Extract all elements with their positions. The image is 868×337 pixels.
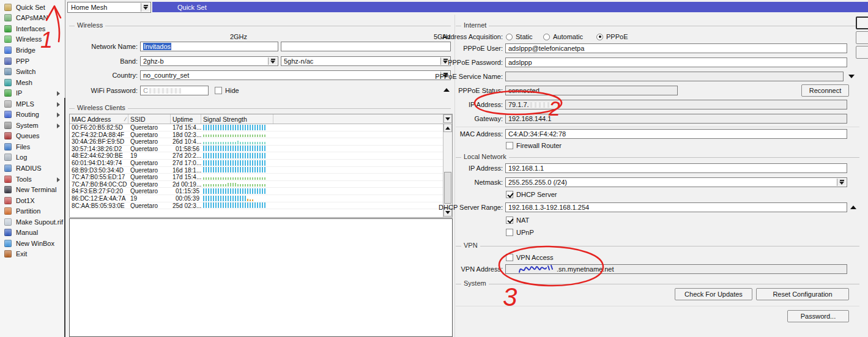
sidebar-item[interactable]: Tools bbox=[0, 174, 65, 185]
check-for-updates-button[interactable]: Check For Updates bbox=[675, 288, 752, 300]
dhcp-range-input[interactable]: 192.168.1.3-192.168.1.254 bbox=[505, 202, 847, 212]
firewall-router-checkbox[interactable]: Firewall Router bbox=[506, 141, 562, 150]
combo-dropdown-icon[interactable] bbox=[141, 3, 150, 12]
vpn-group-label: VPN bbox=[461, 242, 480, 249]
table-row[interactable]: 48:E2:44:62:90:BE 19 27d 20:2... bbox=[70, 152, 452, 160]
sidebar-item[interactable]: Partition bbox=[0, 206, 65, 217]
pppoe-password-input[interactable]: adslppp bbox=[505, 57, 847, 67]
column-header-signal[interactable]: Signal Strength bbox=[201, 114, 273, 124]
table-row[interactable]: 86:DC:12:EA:4A:7A 19 00:05:39 bbox=[70, 195, 452, 202]
country-combo[interactable]: no_country_set bbox=[140, 70, 451, 80]
ssid-cell: Queretaro bbox=[128, 146, 171, 152]
checkbox-box bbox=[506, 217, 513, 224]
combo-dropdown-icon[interactable] bbox=[837, 179, 846, 186]
pppoe-user-input[interactable]: adslppp@telefonicanetpa bbox=[505, 43, 847, 53]
edge-button-2[interactable] bbox=[856, 31, 868, 44]
sidebar-item[interactable]: Files bbox=[0, 141, 65, 152]
combo-dropdown-icon[interactable] bbox=[268, 57, 277, 65]
table-row[interactable]: 68:B9:D3:50:34:4D Queretaro 16d 18:1... bbox=[70, 167, 452, 174]
sidebar-item[interactable]: MPLS bbox=[0, 98, 65, 109]
column-header-uptime[interactable]: Uptime bbox=[171, 114, 201, 124]
dropdown-arrow-icon[interactable] bbox=[848, 75, 855, 78]
edge-button-3[interactable] bbox=[856, 46, 868, 59]
table-header: MAC Address∕ SSID Uptime Signal Strength bbox=[70, 114, 452, 124]
uptime-cell: 26d 10:4... bbox=[171, 138, 201, 145]
table-row[interactable]: 30:57:14:38:26:D2 Queretaro 01:58:56 bbox=[70, 146, 452, 153]
table-row[interactable]: 30:4A:26:BF:E9:5D Queretaro 26d 10:4... bbox=[70, 138, 452, 146]
reconnect-button[interactable]: Reconnect bbox=[801, 84, 849, 97]
sidebar-item[interactable]: Wireless bbox=[0, 34, 65, 45]
sidebar-item[interactable]: IP bbox=[0, 87, 65, 98]
sort-icon: ∕ bbox=[125, 116, 126, 122]
table-row[interactable]: 8C:AA:B5:05:93:0E Queretaro 25d 02:3... bbox=[70, 202, 452, 210]
sidebar-item[interactable]: System bbox=[0, 120, 65, 131]
sidebar-item[interactable]: CAPsMAN bbox=[0, 13, 65, 24]
radio-button bbox=[543, 34, 550, 40]
pppoe-status-field: connected bbox=[505, 86, 678, 95]
hide-checkbox[interactable]: Hide bbox=[215, 86, 239, 95]
upnp-checkbox[interactable]: UPnP bbox=[506, 228, 534, 237]
sidebar-item[interactable]: New WinBox bbox=[0, 238, 65, 249]
table-row[interactable]: 00:F6:20:B5:82:5D Queretaro 17d 15:4... bbox=[70, 124, 452, 131]
pppoe-service-name-combo[interactable] bbox=[505, 72, 844, 81]
sidebar-item[interactable]: Bridge bbox=[0, 45, 65, 56]
edge-button-1[interactable] bbox=[856, 17, 868, 29]
uptime-cell: 00:05:39 bbox=[171, 195, 201, 202]
sidebar-item[interactable]: RADIUS bbox=[0, 163, 65, 174]
mac-cell: 8C:AA:B5:05:93:0E bbox=[70, 202, 128, 209]
sidebar-item[interactable]: Queues bbox=[0, 131, 65, 142]
scrollbar-thumb[interactable] bbox=[444, 172, 451, 204]
radio-pppoe[interactable]: PPPoE bbox=[596, 32, 628, 41]
band-2ghz-combo[interactable]: 2ghz-b bbox=[140, 56, 278, 66]
new-winbox-icon bbox=[4, 240, 12, 247]
wireless-icon bbox=[4, 35, 12, 43]
network-name-5ghz-input[interactable] bbox=[281, 42, 451, 51]
netmask-combo[interactable]: 255.255.255.0 (/24) bbox=[505, 177, 847, 187]
reset-configuration-button[interactable]: Reset Configuration bbox=[756, 288, 849, 300]
sidebar-item-label: Switch bbox=[16, 68, 35, 75]
radio-static[interactable]: Static bbox=[506, 32, 533, 41]
submenu-arrow-icon bbox=[57, 102, 60, 107]
network-name-2ghz-input[interactable]: Invitados bbox=[140, 42, 278, 51]
sidebar-item[interactable]: Mesh bbox=[0, 77, 65, 88]
ip-redaction bbox=[530, 102, 551, 108]
collapse-section-icon[interactable] bbox=[850, 206, 856, 209]
sidebar-item[interactable]: Quick Set bbox=[0, 2, 65, 13]
password-button[interactable]: Password... bbox=[787, 310, 849, 322]
table-row[interactable]: 60:01:94:D1:49:74 Queretaro 27d 17:0... bbox=[70, 160, 452, 167]
sidebar-item[interactable]: Manual bbox=[0, 227, 65, 238]
table-row[interactable]: 84:F3:EB:27:F0:20 Queretaro 01:15:35 bbox=[70, 188, 452, 195]
workspace-combo[interactable]: Home Mesh bbox=[67, 2, 151, 13]
mac-address-input[interactable]: C4:AD:34:F4:42:78 bbox=[505, 129, 847, 139]
sidebar-item-label: Quick Set bbox=[16, 4, 45, 11]
signal-strength-bars bbox=[201, 146, 273, 152]
hide-checkbox-label: Hide bbox=[225, 87, 239, 94]
nat-checkbox[interactable]: NAT bbox=[506, 216, 529, 224]
sidebar-item-label: New WinBox bbox=[16, 240, 54, 247]
table-row[interactable]: 7C:A7:B0:55:ED:17 Queretaro 17d 15:4... bbox=[70, 174, 452, 181]
sidebar-splitter[interactable] bbox=[64, 98, 65, 337]
ssid-cell: Queretaro bbox=[128, 188, 171, 194]
vpn-access-checkbox[interactable]: VPN Access bbox=[506, 253, 554, 262]
sidebar-item[interactable]: Routing bbox=[0, 109, 65, 120]
band-2ghz-header: 2GHz bbox=[220, 32, 257, 42]
sidebar-item[interactable]: Log bbox=[0, 152, 65, 163]
signal-strength-bars bbox=[201, 202, 273, 209]
sidebar-item[interactable]: Switch bbox=[0, 66, 65, 77]
table-row[interactable]: 2C:F4:32:DA:88:4F Queretaro 18d 02:3... bbox=[70, 131, 452, 139]
lan-ip-input[interactable]: 192.168.1.1 bbox=[505, 163, 847, 173]
sidebar-item[interactable]: Exit bbox=[0, 249, 65, 260]
ssid-cell: 19 bbox=[128, 152, 171, 159]
sidebar-item[interactable]: PPP bbox=[0, 56, 65, 67]
column-header-ssid[interactable]: SSID bbox=[128, 114, 171, 124]
band-5ghz-combo[interactable]: 5ghz-n/ac bbox=[281, 56, 451, 66]
sidebar-item[interactable]: Make Supout.rif bbox=[0, 217, 65, 228]
sidebar-item[interactable]: New Terminal bbox=[0, 184, 65, 195]
wifi-password-input[interactable]: C bbox=[140, 86, 209, 95]
table-row[interactable]: 7C:A7:B0:B4:0C:CD Queretaro 2d 00:19... bbox=[70, 181, 452, 188]
radio-automatic[interactable]: Automatic bbox=[543, 32, 583, 41]
column-header-mac[interactable]: MAC Address∕ bbox=[70, 114, 128, 124]
sidebar-item[interactable]: Interfaces bbox=[0, 23, 65, 34]
sidebar-item[interactable]: Dot1X bbox=[0, 195, 65, 206]
dhcp-server-checkbox[interactable]: DHCP Server bbox=[506, 190, 557, 199]
